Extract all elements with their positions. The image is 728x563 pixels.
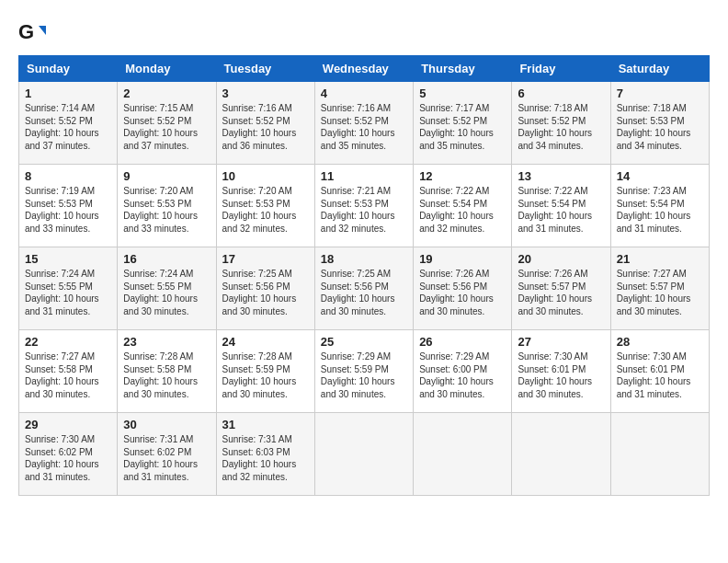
- day-info: Sunrise: 7:25 AM Sunset: 5:56 PM Dayligh…: [321, 268, 407, 317]
- calendar-table: SundayMondayTuesdayWednesdayThursdayFrid…: [18, 55, 710, 496]
- day-info: Sunrise: 7:31 AM Sunset: 6:03 PM Dayligh…: [222, 433, 309, 483]
- calendar-cell: 20Sunrise: 7:26 AM Sunset: 5:57 PM Dayli…: [512, 247, 610, 330]
- calendar-cell: 3Sunrise: 7:16 AM Sunset: 5:52 PM Daylig…: [216, 82, 314, 165]
- calendar-cell: 21Sunrise: 7:27 AM Sunset: 5:57 PM Dayli…: [610, 247, 709, 330]
- calendar-cell: 2Sunrise: 7:15 AM Sunset: 5:52 PM Daylig…: [118, 82, 216, 165]
- day-info: Sunrise: 7:16 AM Sunset: 5:52 PM Dayligh…: [321, 102, 407, 152]
- calendar-cell: 25Sunrise: 7:29 AM Sunset: 5:59 PM Dayli…: [314, 330, 413, 413]
- calendar-cell: 16Sunrise: 7:24 AM Sunset: 5:55 PM Dayli…: [118, 247, 216, 330]
- weekday-header-wednesday: Wednesday: [314, 56, 413, 82]
- day-number: 7: [617, 86, 703, 100]
- day-number: 1: [25, 86, 111, 100]
- day-info: Sunrise: 7:18 AM Sunset: 5:53 PM Dayligh…: [617, 102, 703, 152]
- day-info: Sunrise: 7:29 AM Sunset: 6:00 PM Dayligh…: [419, 350, 506, 400]
- day-info: Sunrise: 7:23 AM Sunset: 5:54 PM Dayligh…: [617, 185, 703, 235]
- day-info: Sunrise: 7:30 AM Sunset: 6:02 PM Dayligh…: [25, 433, 111, 483]
- day-number: 19: [419, 252, 506, 266]
- day-number: 8: [25, 169, 111, 183]
- calendar-cell: [610, 413, 709, 496]
- day-info: Sunrise: 7:27 AM Sunset: 5:57 PM Dayligh…: [617, 268, 703, 317]
- calendar-cell: 29Sunrise: 7:30 AM Sunset: 6:02 PM Dayli…: [19, 413, 118, 496]
- weekday-header-monday: Monday: [118, 56, 216, 82]
- day-info: Sunrise: 7:14 AM Sunset: 5:52 PM Dayligh…: [25, 102, 111, 152]
- calendar-cell: 28Sunrise: 7:30 AM Sunset: 6:01 PM Dayli…: [610, 330, 709, 413]
- calendar-cell: 31Sunrise: 7:31 AM Sunset: 6:03 PM Dayli…: [216, 413, 314, 496]
- calendar-cell: 14Sunrise: 7:23 AM Sunset: 5:54 PM Dayli…: [610, 165, 709, 247]
- day-number: 24: [222, 335, 309, 349]
- day-number: 17: [222, 252, 309, 266]
- day-number: 9: [123, 169, 210, 183]
- day-info: Sunrise: 7:25 AM Sunset: 5:56 PM Dayligh…: [222, 268, 309, 317]
- day-info: Sunrise: 7:24 AM Sunset: 5:55 PM Dayligh…: [123, 268, 210, 317]
- day-number: 28: [617, 335, 703, 349]
- calendar-cell: 24Sunrise: 7:28 AM Sunset: 5:59 PM Dayli…: [216, 330, 314, 413]
- calendar-cell: 23Sunrise: 7:28 AM Sunset: 5:58 PM Dayli…: [118, 330, 216, 413]
- day-info: Sunrise: 7:21 AM Sunset: 5:53 PM Dayligh…: [321, 185, 407, 235]
- day-number: 29: [25, 418, 111, 431]
- day-info: Sunrise: 7:29 AM Sunset: 5:59 PM Dayligh…: [321, 350, 407, 400]
- day-number: 20: [518, 252, 604, 266]
- calendar-cell: 17Sunrise: 7:25 AM Sunset: 5:56 PM Dayli…: [216, 247, 314, 330]
- calendar-cell: 7Sunrise: 7:18 AM Sunset: 5:53 PM Daylig…: [610, 82, 709, 165]
- svg-marker-1: [39, 26, 46, 35]
- day-number: 11: [321, 169, 407, 183]
- day-info: Sunrise: 7:26 AM Sunset: 5:56 PM Dayligh…: [419, 268, 506, 317]
- day-number: 3: [222, 86, 309, 100]
- day-info: Sunrise: 7:28 AM Sunset: 5:58 PM Dayligh…: [123, 350, 210, 400]
- logo: G: [18, 18, 48, 46]
- day-number: 12: [419, 169, 506, 183]
- day-info: Sunrise: 7:19 AM Sunset: 5:53 PM Dayligh…: [25, 185, 111, 235]
- calendar-cell: 1Sunrise: 7:14 AM Sunset: 5:52 PM Daylig…: [19, 82, 118, 165]
- weekday-header-friday: Friday: [512, 56, 610, 82]
- calendar-cell: 26Sunrise: 7:29 AM Sunset: 6:00 PM Dayli…: [414, 330, 512, 413]
- day-number: 21: [617, 252, 703, 266]
- calendar-cell: 8Sunrise: 7:19 AM Sunset: 5:53 PM Daylig…: [19, 165, 118, 247]
- calendar-cell: 6Sunrise: 7:18 AM Sunset: 5:52 PM Daylig…: [512, 82, 610, 165]
- day-info: Sunrise: 7:27 AM Sunset: 5:58 PM Dayligh…: [25, 350, 111, 400]
- day-number: 23: [123, 335, 210, 349]
- day-number: 14: [617, 169, 703, 183]
- calendar-cell: 12Sunrise: 7:22 AM Sunset: 5:54 PM Dayli…: [414, 165, 512, 247]
- calendar-cell: 4Sunrise: 7:16 AM Sunset: 5:52 PM Daylig…: [314, 82, 413, 165]
- day-info: Sunrise: 7:22 AM Sunset: 5:54 PM Dayligh…: [518, 185, 604, 235]
- calendar-cell: 9Sunrise: 7:20 AM Sunset: 5:53 PM Daylig…: [118, 165, 216, 247]
- day-number: 27: [518, 335, 604, 349]
- day-number: 30: [123, 418, 210, 431]
- page-header: G: [18, 18, 710, 46]
- calendar-cell: [414, 413, 512, 496]
- day-info: Sunrise: 7:15 AM Sunset: 5:52 PM Dayligh…: [123, 102, 210, 152]
- day-number: 2: [123, 86, 210, 100]
- day-number: 5: [419, 86, 506, 100]
- calendar-cell: 11Sunrise: 7:21 AM Sunset: 5:53 PM Dayli…: [314, 165, 413, 247]
- day-number: 15: [25, 252, 111, 266]
- day-number: 10: [222, 169, 309, 183]
- day-number: 4: [321, 86, 407, 100]
- weekday-header-saturday: Saturday: [610, 56, 709, 82]
- day-info: Sunrise: 7:24 AM Sunset: 5:55 PM Dayligh…: [25, 268, 111, 317]
- day-info: Sunrise: 7:26 AM Sunset: 5:57 PM Dayligh…: [518, 268, 604, 317]
- calendar-cell: 10Sunrise: 7:20 AM Sunset: 5:53 PM Dayli…: [216, 165, 314, 247]
- calendar-cell: 22Sunrise: 7:27 AM Sunset: 5:58 PM Dayli…: [19, 330, 118, 413]
- day-number: 26: [419, 335, 506, 349]
- weekday-header-thursday: Thursday: [414, 56, 512, 82]
- day-info: Sunrise: 7:30 AM Sunset: 6:01 PM Dayligh…: [518, 350, 604, 400]
- calendar-cell: [314, 413, 413, 496]
- calendar-cell: 19Sunrise: 7:26 AM Sunset: 5:56 PM Dayli…: [414, 247, 512, 330]
- day-number: 16: [123, 252, 210, 266]
- day-info: Sunrise: 7:20 AM Sunset: 5:53 PM Dayligh…: [123, 185, 210, 235]
- day-info: Sunrise: 7:16 AM Sunset: 5:52 PM Dayligh…: [222, 102, 309, 152]
- day-info: Sunrise: 7:22 AM Sunset: 5:54 PM Dayligh…: [419, 185, 506, 235]
- day-info: Sunrise: 7:20 AM Sunset: 5:53 PM Dayligh…: [222, 185, 309, 235]
- calendar-cell: 18Sunrise: 7:25 AM Sunset: 5:56 PM Dayli…: [314, 247, 413, 330]
- day-info: Sunrise: 7:28 AM Sunset: 5:59 PM Dayligh…: [222, 350, 309, 400]
- day-number: 31: [222, 418, 309, 431]
- day-info: Sunrise: 7:31 AM Sunset: 6:02 PM Dayligh…: [123, 433, 210, 483]
- day-number: 25: [321, 335, 407, 349]
- calendar-cell: 30Sunrise: 7:31 AM Sunset: 6:02 PM Dayli…: [118, 413, 216, 496]
- day-number: 13: [518, 169, 604, 183]
- svg-text:G: G: [18, 20, 34, 43]
- day-number: 6: [518, 86, 604, 100]
- day-info: Sunrise: 7:18 AM Sunset: 5:52 PM Dayligh…: [518, 102, 604, 152]
- day-info: Sunrise: 7:17 AM Sunset: 5:52 PM Dayligh…: [419, 102, 506, 152]
- weekday-header-tuesday: Tuesday: [216, 56, 314, 82]
